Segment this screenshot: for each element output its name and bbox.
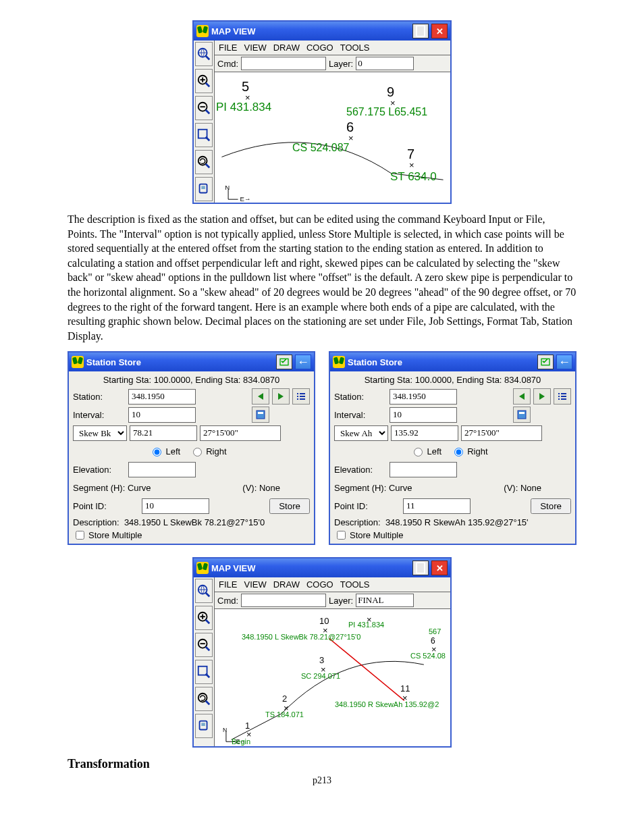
svg-rect-22 <box>519 412 525 414</box>
svg-line-12 <box>206 164 210 168</box>
pointid-input[interactable] <box>142 498 209 514</box>
map-canvas[interactable]: NE→ 5 × PI 431.834 9 × 567.175 L65.451 6… <box>215 72 450 203</box>
svg-text:N: N <box>225 184 230 191</box>
interval-input[interactable] <box>128 407 196 423</box>
battery-icon <box>412 561 429 575</box>
pan-icon[interactable] <box>195 714 213 738</box>
app-logo-icon <box>72 356 84 368</box>
interval-input[interactable] <box>390 407 457 423</box>
svg-rect-37 <box>201 723 205 727</box>
menu-tools[interactable]: TOOLS <box>340 43 370 53</box>
cs-label: CS 524.087 <box>292 142 350 154</box>
next-arrow-icon[interactable] <box>272 388 290 405</box>
zoom-out-icon[interactable] <box>195 633 213 657</box>
svg-line-38 <box>329 639 404 701</box>
body-paragraph: The description is fixed as the station … <box>68 212 576 343</box>
skew-value-input[interactable] <box>391 425 458 441</box>
store-button[interactable]: Store <box>531 498 571 514</box>
station-input[interactable] <box>390 389 457 405</box>
section-heading: Transformation <box>68 757 576 771</box>
window-title: MAP VIEW <box>211 26 256 36</box>
svg-text:E→: E→ <box>240 195 250 203</box>
elevation-input[interactable] <box>128 462 196 477</box>
layer-input[interactable] <box>356 57 414 70</box>
menu-tools[interactable]: TOOLS <box>340 579 370 590</box>
store-button[interactable]: Store <box>269 498 310 514</box>
segment-v-label: (V): None <box>504 483 541 493</box>
elevation-input[interactable] <box>390 462 457 477</box>
skew-angle-input[interactable] <box>200 425 281 441</box>
zoom-in-icon[interactable] <box>195 606 213 630</box>
sc-label: SC 294.071 <box>301 672 340 680</box>
zoom-world-icon[interactable] <box>195 42 213 66</box>
close-button[interactable]: ✕ <box>431 561 448 575</box>
svg-rect-20 <box>541 359 549 365</box>
settings-button[interactable] <box>537 355 554 369</box>
menu-cogo[interactable]: COGO <box>306 43 333 53</box>
back-button[interactable]: ← <box>295 355 311 369</box>
next-arrow-icon[interactable] <box>533 388 551 405</box>
description-label: Description: <box>334 517 381 527</box>
zoom-in-icon[interactable] <box>195 69 213 93</box>
cmd-input[interactable] <box>241 594 326 607</box>
skew-value-input[interactable] <box>130 425 197 441</box>
station-input[interactable] <box>128 389 196 405</box>
tool-column <box>194 41 215 203</box>
calc-icon[interactable] <box>513 407 531 423</box>
skew-select[interactable]: Skew Bk <box>73 425 127 441</box>
menu-draw[interactable]: DRAW <box>273 579 300 590</box>
skewbk-label: 348.1950 L SkewBk 78.21@27°15'0 <box>242 633 360 641</box>
mapview-window-2: MAP VIEW ✕ FILE VIEW DRAW COGO TOOLS Cmd… <box>192 557 452 748</box>
list-icon[interactable] <box>554 388 571 405</box>
description-label: Description: <box>73 517 119 527</box>
zoom-extents-icon[interactable] <box>195 660 213 684</box>
station-label: Station: <box>334 392 387 402</box>
menu-draw[interactable]: DRAW <box>273 43 300 53</box>
pan-icon[interactable] <box>195 177 213 201</box>
window-title: Station Store <box>348 357 402 367</box>
layer-input[interactable] <box>356 594 414 607</box>
svg-text:N: N <box>223 727 227 733</box>
zoom-prev-icon[interactable] <box>195 687 213 711</box>
menu-view[interactable]: VIEW <box>244 579 266 590</box>
back-button[interactable]: ← <box>556 355 572 369</box>
store-multiple-checkbox[interactable]: Store Multiple <box>73 529 142 542</box>
store-multiple-checkbox[interactable]: Store Multiple <box>334 529 403 542</box>
settings-button[interactable] <box>276 355 292 369</box>
zoom-extents-icon[interactable] <box>195 123 213 147</box>
zoom-out-icon[interactable] <box>195 96 213 120</box>
app-logo-icon <box>196 25 209 37</box>
map-canvas[interactable]: NE→ 10 × × PI 431.834 348.1950 L SkewBk … <box>215 609 450 746</box>
right-radio[interactable]: Right <box>451 446 487 457</box>
menu-cogo[interactable]: COGO <box>306 579 333 590</box>
close-button[interactable]: ✕ <box>431 24 448 38</box>
right-radio[interactable]: Right <box>190 446 226 457</box>
window-title: Station Store <box>86 357 141 367</box>
titlebar: MAP VIEW ✕ <box>194 22 450 41</box>
pi-label: PI 431.834 <box>216 101 271 114</box>
svg-line-1 <box>206 56 210 60</box>
pi-label: PI 431.834 <box>348 621 384 629</box>
left-radio[interactable]: Left <box>410 446 441 457</box>
menu-view[interactable]: VIEW <box>244 43 266 53</box>
left-radio[interactable]: Left <box>149 446 180 457</box>
begin-label: Begin <box>232 737 250 746</box>
prev-arrow-icon[interactable] <box>252 388 269 405</box>
list-icon[interactable] <box>292 388 310 405</box>
pointid-input[interactable] <box>403 498 471 514</box>
st-label: ST 634.0 <box>390 170 437 184</box>
menubar: FILE VIEW DRAW COGO TOOLS <box>215 41 450 55</box>
zoom-world-icon[interactable] <box>195 579 213 603</box>
calc-icon[interactable] <box>252 407 269 423</box>
cmd-input[interactable] <box>241 57 326 70</box>
zoom-prev-icon[interactable] <box>195 150 213 174</box>
seg-label: 567.175 L65.451 <box>346 106 427 118</box>
menu-file[interactable]: FILE <box>219 43 237 53</box>
prev-arrow-icon[interactable] <box>513 388 531 405</box>
description-text: 348.1950 R SkewAh 135.92@27°15' <box>385 517 529 527</box>
skew-angle-input[interactable] <box>461 425 542 441</box>
skew-select[interactable]: Skew Ah <box>334 425 388 441</box>
point-10: 10 <box>319 616 329 626</box>
app-logo-icon <box>196 562 209 574</box>
menu-file[interactable]: FILE <box>219 579 237 590</box>
